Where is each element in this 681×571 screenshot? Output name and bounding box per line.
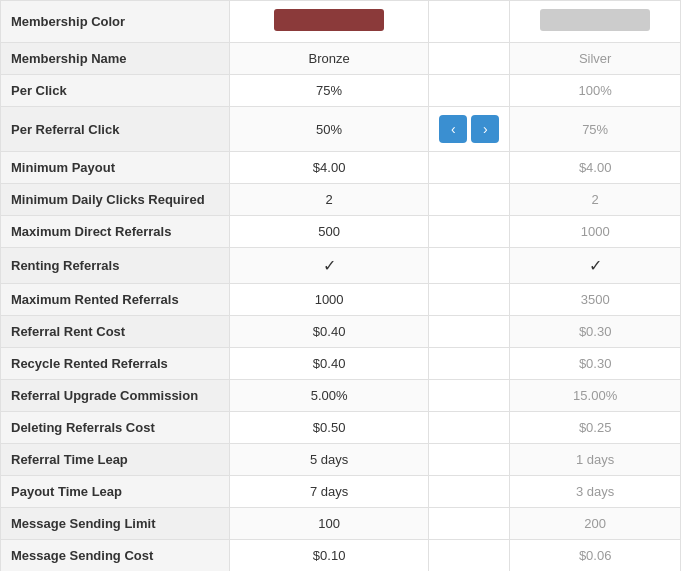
bronze-color-swatch — [274, 9, 384, 31]
navigation-cell — [429, 152, 510, 184]
navigation-cell — [429, 216, 510, 248]
bronze-value: 5 days — [229, 444, 428, 476]
bronze-value: 500 — [229, 216, 428, 248]
bronze-value: 100 — [229, 508, 428, 540]
silver-value: $0.30 — [510, 316, 681, 348]
navigation-cell — [429, 316, 510, 348]
silver-value: $0.25 — [510, 412, 681, 444]
checkmark-icon: ✓ — [589, 257, 602, 274]
bronze-value — [229, 1, 428, 43]
navigation-cell — [429, 1, 510, 43]
row-label: Membership Color — [1, 1, 230, 43]
row-label: Referral Time Leap — [1, 444, 230, 476]
row-label: Recycle Rented Referrals — [1, 348, 230, 380]
navigation-cell — [429, 248, 510, 284]
row-label: Referral Upgrade Commission — [1, 380, 230, 412]
bronze-value: 2 — [229, 184, 428, 216]
navigation-cell — [429, 75, 510, 107]
navigation-cell — [429, 43, 510, 75]
bronze-value: 7 days — [229, 476, 428, 508]
bronze-value: $0.10 — [229, 540, 428, 572]
navigation-cell — [429, 412, 510, 444]
nav-buttons-container: ‹› — [439, 115, 499, 143]
silver-value: 3500 — [510, 284, 681, 316]
row-label: Message Sending Limit — [1, 508, 230, 540]
silver-value — [510, 1, 681, 43]
silver-value: 15.00% — [510, 380, 681, 412]
silver-value: $0.06 — [510, 540, 681, 572]
bronze-value: $0.50 — [229, 412, 428, 444]
navigation-cell — [429, 540, 510, 572]
row-label: Message Sending Cost — [1, 540, 230, 572]
silver-value: 2 — [510, 184, 681, 216]
row-label: Minimum Daily Clicks Required — [1, 184, 230, 216]
row-label: Deleting Referrals Cost — [1, 412, 230, 444]
row-label: Per Click — [1, 75, 230, 107]
bronze-value: 1000 — [229, 284, 428, 316]
bronze-value: ✓ — [229, 248, 428, 284]
bronze-value: Bronze — [229, 43, 428, 75]
checkmark-icon: ✓ — [323, 257, 336, 274]
row-label: Maximum Rented Referrals — [1, 284, 230, 316]
row-label: Membership Name — [1, 43, 230, 75]
silver-value: 1 days — [510, 444, 681, 476]
navigation-cell — [429, 476, 510, 508]
bronze-value: $0.40 — [229, 316, 428, 348]
navigation-cell — [429, 284, 510, 316]
navigation-cell — [429, 444, 510, 476]
navigation-cell — [429, 348, 510, 380]
row-label: Per Referral Click — [1, 107, 230, 152]
bronze-value: 75% — [229, 75, 428, 107]
silver-value: 100% — [510, 75, 681, 107]
silver-value: Silver — [510, 43, 681, 75]
navigation-cell — [429, 380, 510, 412]
next-button[interactable]: › — [471, 115, 499, 143]
row-label: Renting Referrals — [1, 248, 230, 284]
silver-color-swatch — [540, 9, 650, 31]
bronze-value: $4.00 — [229, 152, 428, 184]
bronze-value: 5.00% — [229, 380, 428, 412]
silver-value: 75% — [510, 107, 681, 152]
prev-button[interactable]: ‹ — [439, 115, 467, 143]
navigation-cell — [429, 508, 510, 540]
navigation-cell — [429, 184, 510, 216]
navigation-cell: ‹› — [429, 107, 510, 152]
silver-value: 3 days — [510, 476, 681, 508]
silver-value: 200 — [510, 508, 681, 540]
row-label: Referral Rent Cost — [1, 316, 230, 348]
bronze-value: 50% — [229, 107, 428, 152]
row-label: Minimum Payout — [1, 152, 230, 184]
membership-comparison-table: Membership ColorMembership NameBronzeSil… — [0, 0, 681, 571]
silver-value: $0.30 — [510, 348, 681, 380]
row-label: Payout Time Leap — [1, 476, 230, 508]
bronze-value: $0.40 — [229, 348, 428, 380]
silver-value: $4.00 — [510, 152, 681, 184]
silver-value: ✓ — [510, 248, 681, 284]
silver-value: 1000 — [510, 216, 681, 248]
row-label: Maximum Direct Referrals — [1, 216, 230, 248]
